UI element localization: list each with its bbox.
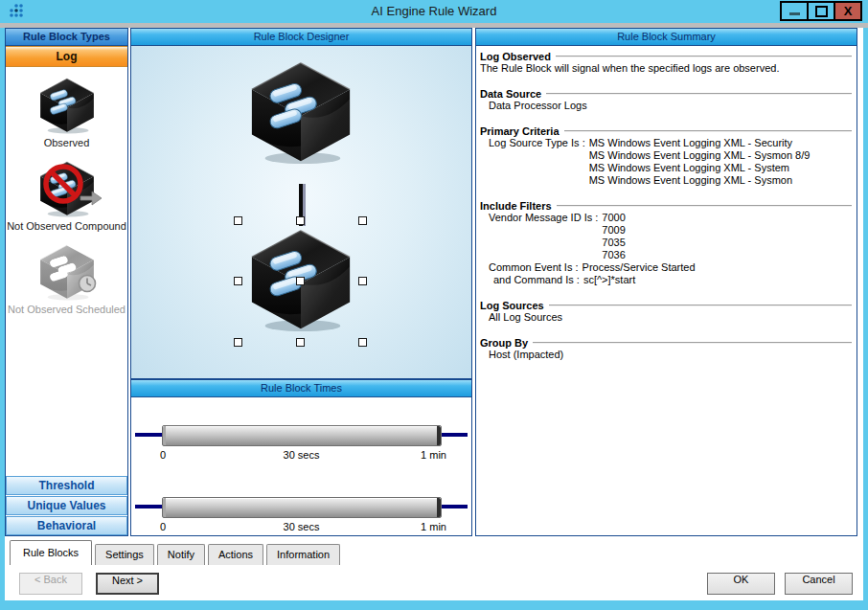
selection-handle[interactable] — [234, 277, 242, 285]
selection-handle[interactable] — [358, 277, 367, 285]
tab-notify[interactable]: Notify — [157, 544, 205, 565]
criteria-value: MS Windows Event Logging XML - Sysmon — [589, 174, 811, 187]
summary-body: Log Observed The Rule Block will signal … — [476, 46, 857, 535]
section-group-by: Group By Host (Impacted) — [480, 337, 852, 361]
ai-engine-rule-wizard-window: AI Engine Rule Wizard X Rule Block Types… — [0, 0, 868, 610]
data-source-value: Data Processor Logs — [480, 100, 852, 112]
criteria-value: MS Windows Event Logging XML - Sysmon 8/… — [589, 149, 811, 162]
slider-range-handle[interactable] — [162, 425, 442, 446]
selection-handle[interactable] — [234, 338, 242, 347]
tick-label: 1 min — [421, 449, 446, 461]
tab-information[interactable]: Information — [266, 544, 340, 565]
section-title: Log Sources — [480, 300, 544, 311]
filter-value: 7009 — [602, 224, 625, 237]
arrow-icon — [80, 191, 103, 206]
section-title: Include Filters — [480, 200, 552, 212]
rule-block-type-list: Observed Not Observed Compound — [6, 67, 127, 476]
time-slider-1: 0 30 secs 1 min — [135, 407, 468, 466]
maximize-icon — [815, 6, 828, 17]
section-rule — [549, 305, 852, 306]
next-button[interactable]: Next > — [96, 573, 159, 595]
type-item-label: Not Observed Compound — [7, 220, 126, 233]
criteria-value: MS Windows Event Logging XML - Security — [589, 137, 811, 149]
minimize-button[interactable] — [780, 1, 809, 21]
close-button[interactable]: X — [834, 1, 862, 21]
criteria-value: MS Windows Event Logging XML - System — [589, 162, 811, 174]
selection-handle[interactable] — [296, 216, 305, 225]
section-rule — [557, 205, 852, 207]
slider-ticks: 0 30 secs 1 min — [135, 449, 468, 463]
selection-handle[interactable] — [296, 338, 305, 347]
selection-handle[interactable] — [358, 216, 367, 225]
tab-actions[interactable]: Actions — [208, 544, 263, 565]
other-type-buttons: Threshold Unique Values Behavioral — [6, 476, 127, 535]
group-by-value: Host (Impacted) — [480, 349, 852, 361]
type-item-label: Not Observed Scheduled — [8, 304, 126, 316]
slider-range-handle[interactable] — [162, 497, 442, 518]
rule-block-summary-panel: Rule Block Summary Log Observed The Rule… — [475, 28, 857, 536]
summary-header: Rule Block Summary — [476, 29, 857, 46]
filter-value: 7035 — [602, 237, 625, 249]
section-rule — [564, 130, 852, 132]
section-title: Data Source — [480, 88, 541, 100]
type-item-label: Observed — [44, 137, 90, 149]
rule-block-times-body: 0 30 secs 1 min 0 30 secs 1 min — [131, 397, 471, 535]
rule-block-types-header: Rule Block Types — [6, 29, 127, 46]
section-title: Log Observed — [480, 51, 551, 62]
ok-button[interactable]: OK — [707, 573, 775, 595]
slider-ticks: 0 30 secs 1 min — [135, 521, 468, 534]
clock-icon — [78, 274, 97, 293]
minimize-icon — [789, 12, 800, 15]
type-item-not-observed-compound[interactable]: Not Observed Compound — [6, 160, 127, 233]
section-data-source: Data Source Data Processor Logs — [480, 88, 852, 112]
observed-cube-icon — [35, 77, 99, 134]
selection-handle[interactable] — [358, 338, 367, 347]
close-icon: X — [844, 4, 853, 18]
filter-label: and Command Is : — [493, 274, 580, 286]
log-observed-text: The Rule Block will signal when the spec… — [480, 62, 852, 75]
section-log-observed: Log Observed The Rule Block will signal … — [480, 51, 852, 75]
designer-header: Rule Block Designer — [131, 29, 471, 46]
window-title: AI Engine Rule Wizard — [0, 4, 868, 18]
time-slider-2: 0 30 secs 1 min — [135, 479, 468, 538]
threshold-button[interactable]: Threshold — [6, 476, 127, 495]
filter-label: Common Event Is : — [489, 261, 579, 274]
section-title: Group By — [480, 337, 528, 349]
selection-handle[interactable] — [234, 216, 242, 225]
section-log-sources: Log Sources All Log Sources — [480, 300, 852, 324]
type-item-observed[interactable]: Observed — [6, 77, 127, 149]
tab-settings[interactable]: Settings — [95, 544, 154, 565]
rule-block-designer-panel: Rule Block Designer Rule Block Times 0 3… — [130, 28, 472, 536]
rule-block-cube-top[interactable] — [244, 56, 357, 169]
section-primary-criteria: Primary Criteria Log Source Type Is : MS… — [480, 125, 852, 187]
designer-canvas[interactable] — [131, 46, 471, 379]
behavioral-button[interactable]: Behavioral — [6, 516, 127, 535]
tick-label: 1 min — [421, 521, 446, 532]
not-observed-scheduled-icon — [35, 243, 99, 301]
cancel-button[interactable]: Cancel — [785, 573, 853, 595]
section-rule — [546, 93, 852, 95]
titlebar: AI Engine Rule Wizard X — [0, 0, 868, 23]
rule-block-types-panel: Rule Block Types Log Observed — [5, 28, 128, 536]
rule-block-times-header: Rule Block Times — [131, 379, 471, 397]
maximize-button[interactable] — [807, 1, 835, 21]
log-sources-value: All Log Sources — [480, 311, 852, 324]
filter-value: Process/Service Started — [582, 261, 696, 274]
not-observed-compound-icon — [35, 160, 99, 217]
section-include-filters: Include Filters Vendor Message ID Is : 7… — [480, 200, 852, 286]
selection-handle[interactable] — [296, 277, 305, 285]
unique-values-button[interactable]: Unique Values — [6, 496, 127, 515]
filter-value: sc[^>]*start — [583, 274, 635, 286]
type-item-not-observed-scheduled: Not Observed Scheduled — [6, 243, 127, 316]
back-button: < Back — [19, 573, 82, 595]
tick-label: 30 secs — [135, 521, 468, 532]
wizard-tabs: Rule Blocks Settings Notify Actions Info… — [10, 540, 343, 565]
tab-rule-blocks[interactable]: Rule Blocks — [10, 540, 92, 565]
log-type-button[interactable]: Log — [6, 46, 127, 67]
section-rule — [533, 342, 852, 344]
tick-label: 30 secs — [135, 449, 468, 461]
filter-value: 7000 — [602, 212, 625, 224]
bottom-bar: Rule Blocks Settings Notify Actions Info… — [5, 536, 863, 600]
section-rule — [556, 56, 852, 57]
section-title: Primary Criteria — [480, 125, 560, 137]
